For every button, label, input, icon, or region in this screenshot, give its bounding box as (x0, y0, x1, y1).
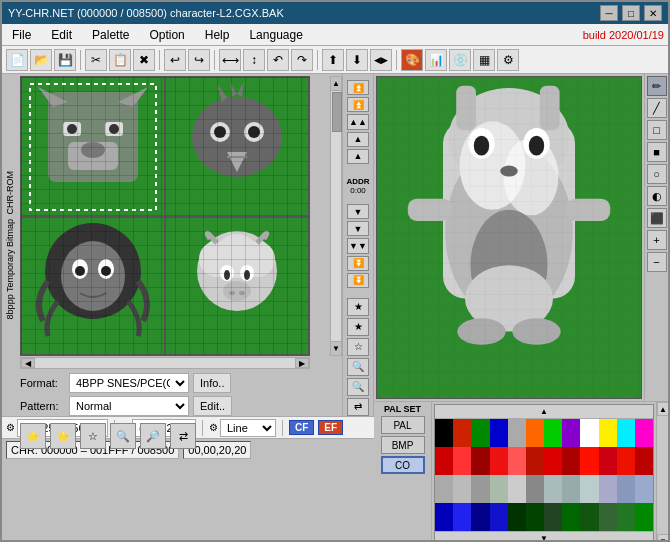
pal-cell[interactable] (599, 447, 617, 475)
tb-flip-h[interactable]: ⟷ (219, 49, 241, 71)
nav-icon-4[interactable]: 🔍 (347, 358, 369, 376)
pal-cell[interactable] (508, 447, 526, 475)
sprite-wolf[interactable] (21, 77, 165, 216)
tool-zoom-out[interactable]: − (647, 252, 667, 272)
chr-canvas[interactable] (20, 76, 310, 356)
pal-vscroll-up[interactable]: ▲ (657, 402, 669, 416)
nav-up[interactable]: ▲ (347, 132, 369, 147)
pal-cell[interactable] (599, 419, 617, 447)
menu-edit[interactable]: Edit (45, 26, 78, 44)
nav-icon-6[interactable]: ⇄ (347, 398, 369, 416)
pal-cell[interactable] (599, 503, 617, 531)
tool-zoom-in[interactable]: + (647, 230, 667, 250)
pal-cell[interactable] (635, 503, 653, 531)
pal-cell[interactable] (580, 475, 598, 503)
pal-cell[interactable] (471, 419, 489, 447)
pal-cell[interactable] (635, 419, 653, 447)
menu-file[interactable]: File (6, 26, 37, 44)
pal-cell[interactable] (617, 447, 635, 475)
sprite-goat[interactable] (165, 216, 309, 355)
pal-cell[interactable] (435, 419, 453, 447)
vscroll-thumb[interactable] (332, 92, 342, 132)
pal-cell[interactable] (453, 419, 471, 447)
tool-fill[interactable]: ◐ (647, 186, 667, 206)
pal-cell[interactable] (490, 503, 508, 531)
close-button[interactable]: ✕ (644, 5, 662, 21)
v-scrollbar-chr[interactable]: ▲ ▼ (330, 76, 342, 356)
tb-save[interactable]: 💾 (54, 49, 76, 71)
pal-cell[interactable] (544, 447, 562, 475)
pal-cell[interactable] (526, 447, 544, 475)
bookmark-btn-2[interactable]: ⭐ (50, 423, 76, 449)
pal-cell[interactable] (617, 419, 635, 447)
pal-right-scroll[interactable]: ▲ ▼ (656, 402, 668, 542)
tool-pencil[interactable]: ✏ (647, 76, 667, 96)
pal-cell[interactable] (471, 475, 489, 503)
pal-cell[interactable] (562, 503, 580, 531)
pal-cell[interactable] (617, 475, 635, 503)
zoom-search-btn[interactable]: 🔍 (110, 423, 136, 449)
edit-button[interactable]: Edit.. (193, 396, 232, 416)
pattern-select[interactable]: Normal (69, 396, 189, 416)
pal-cell[interactable] (562, 419, 580, 447)
pal-cell[interactable] (526, 419, 544, 447)
pal-cell[interactable] (471, 503, 489, 531)
tb-palette[interactable]: 📊 (425, 49, 447, 71)
sprite-bird[interactable] (165, 77, 309, 216)
pal-button[interactable]: PAL (381, 416, 425, 434)
bmp-button[interactable]: BMP (381, 436, 425, 454)
pal-cell[interactable] (508, 503, 526, 531)
pal-cell[interactable] (508, 419, 526, 447)
pal-cell[interactable] (453, 447, 471, 475)
tb-color[interactable]: 🎨 (401, 49, 423, 71)
vscroll-down[interactable]: ▼ (331, 341, 341, 355)
tb-open[interactable]: 📂 (30, 49, 52, 71)
tb-new[interactable]: 📄 (6, 49, 28, 71)
nav-icon-5[interactable]: 🔍 (347, 378, 369, 396)
tb-export[interactable]: 💿 (449, 49, 471, 71)
hscroll-right[interactable]: ▶ (295, 358, 309, 368)
bookmark-btn-3[interactable]: ☆ (80, 423, 106, 449)
co-button[interactable]: CO (381, 456, 425, 474)
nav-icon-2[interactable]: ★ (347, 318, 369, 336)
pal-cell[interactable] (490, 447, 508, 475)
tb-flip-v[interactable]: ↕ (243, 49, 265, 71)
pal-cell[interactable] (508, 475, 526, 503)
pal-cell[interactable] (490, 475, 508, 503)
tb-delete[interactable]: ✖ (133, 49, 155, 71)
nav-top-top[interactable]: ⏫ (347, 80, 369, 95)
pal-cell[interactable] (635, 475, 653, 503)
menu-option[interactable]: Option (143, 26, 190, 44)
tool-rect-outline[interactable]: □ (647, 120, 667, 140)
pal-vscroll-dn[interactable]: ▼ (657, 534, 669, 542)
maximize-button[interactable]: □ (622, 5, 640, 21)
pal-cell[interactable] (599, 475, 617, 503)
pal-cell[interactable] (580, 503, 598, 531)
pal-cell[interactable] (617, 503, 635, 531)
pal-cell[interactable] (526, 475, 544, 503)
tool-rect-fill[interactable]: ■ (647, 142, 667, 162)
pal-cell[interactable] (490, 419, 508, 447)
pal-cell[interactable] (544, 503, 562, 531)
pal-cell[interactable] (562, 475, 580, 503)
nav-bot-bot[interactable]: ⏬ (347, 273, 369, 288)
tb-shift-dn[interactable]: ⬇ (346, 49, 368, 71)
tool-select[interactable]: ⬛ (647, 208, 667, 228)
pal-cell[interactable] (453, 475, 471, 503)
hscroll-left[interactable]: ◀ (21, 358, 35, 368)
menu-language[interactable]: Language (243, 26, 308, 44)
tb-grid[interactable]: ▦ (473, 49, 495, 71)
nav-dn[interactable]: ▼ (347, 221, 369, 236)
pal-cell[interactable] (435, 447, 453, 475)
bookmark-btn-1[interactable]: ⭐ (20, 423, 46, 449)
tb-undo[interactable]: ↩ (164, 49, 186, 71)
nav-dn-fast[interactable]: ▼▼ (347, 238, 369, 253)
tool-circle[interactable]: ○ (647, 164, 667, 184)
pixel-canvas-area[interactable] (376, 76, 642, 399)
tb-shift-up[interactable]: ⬆ (322, 49, 344, 71)
pal-cell[interactable] (544, 419, 562, 447)
pal-cell[interactable] (471, 447, 489, 475)
tb-rot-r[interactable]: ↷ (291, 49, 313, 71)
pal-cell[interactable] (435, 503, 453, 531)
tb-rot-l[interactable]: ↶ (267, 49, 289, 71)
